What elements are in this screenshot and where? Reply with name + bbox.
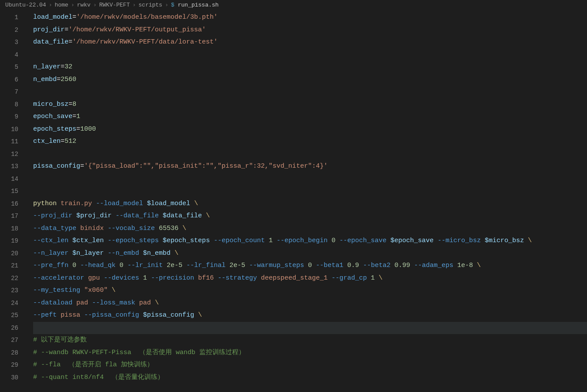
token-num-lit: 2e-5 (229, 262, 245, 269)
token-flag: --warmup_steps (249, 262, 304, 269)
token-flag: --beta2 (363, 262, 390, 269)
token-num-lit: 0 (119, 262, 123, 269)
code-line[interactable]: proj_dir='/home/rwkv/RWKV-PEFT/output_pi… (33, 24, 587, 37)
breadcrumb-item[interactable]: home (55, 2, 68, 8)
token-op (473, 262, 477, 269)
token-op (84, 274, 88, 282)
code-line[interactable]: python train.py --load_model $load_model… (33, 198, 587, 210)
token-arg: binidx (80, 225, 104, 232)
token-flag: --pissa_config (84, 311, 139, 319)
code-line[interactable] (33, 185, 587, 198)
code-line[interactable]: ctx_len=512 (33, 135, 587, 148)
code-line[interactable]: --ctx_len $ctx_len --epoch_steps $epoch_… (33, 235, 587, 247)
token-num-lit: 2e-5 (167, 262, 182, 269)
token-op (72, 212, 76, 220)
code-line[interactable]: --proj_dir $proj_dir --data_file $data_f… (33, 210, 587, 223)
code-line[interactable]: n_layer=32 (33, 61, 587, 74)
token-op (257, 274, 261, 282)
code-line[interactable]: # --quant int8/nf4 （是否量化训练） (33, 372, 587, 384)
code-line[interactable] (33, 173, 587, 186)
token-op (76, 262, 80, 269)
token-flag: --lr_final (186, 262, 225, 269)
line-number: 7 (0, 86, 28, 98)
breadcrumb-item[interactable]: Ubuntu-22.04 (5, 2, 46, 8)
code-line[interactable]: # 以下是可选参数 (33, 334, 587, 347)
token-flag: --vocab_size (108, 225, 155, 232)
line-number: 11 (0, 135, 28, 148)
token-op (76, 225, 80, 232)
code-line[interactable]: --data_type binidx --vocab_size 65536 \ (33, 223, 587, 235)
code-line[interactable] (33, 49, 587, 61)
code-line[interactable]: n_embd=2560 (33, 74, 587, 86)
token-op (178, 225, 182, 232)
token-op (139, 311, 143, 319)
token-op (104, 225, 108, 232)
token-op (68, 250, 72, 257)
code-line[interactable] (33, 322, 587, 335)
breadcrumb-current-file[interactable]: run_pissa.sh (178, 2, 219, 8)
line-number: 9 (0, 111, 28, 123)
token-op (265, 237, 269, 244)
code-line[interactable]: data_file='/home/rwkv/RWKV-PEFT/data/lor… (33, 36, 587, 49)
line-number: 18 (0, 223, 28, 235)
code-line[interactable]: micro_bsz=8 (33, 98, 587, 111)
code-line[interactable]: --peft pissa --pissa_config $pissa_confi… (33, 309, 587, 322)
token-flag: --dataload (33, 299, 72, 307)
token-num-lit: 512 (65, 138, 76, 145)
token-op (80, 311, 84, 319)
token-var: n_embd (33, 76, 57, 83)
token-var: epoch_save (33, 113, 72, 120)
breadcrumb-item[interactable]: scripts (139, 2, 163, 8)
shell-file-icon: $ (171, 2, 174, 8)
token-var: epoch_steps (33, 125, 76, 133)
token-num-lit: 0 (72, 262, 76, 269)
token-esc: \ (194, 200, 198, 207)
line-number: 26 (0, 322, 28, 335)
token-esc: \ (528, 237, 532, 244)
token-op (375, 274, 379, 282)
token-num-lit: 1e-8 (457, 262, 473, 269)
code-area[interactable]: load_model='/home/rwkv/models/basemodel/… (28, 11, 587, 384)
code-editor[interactable]: 1234567891011121314151617181920212223242… (0, 10, 587, 384)
code-line[interactable]: --n_layer $n_layer --n_embd $n_embd \ (33, 247, 587, 260)
token-op (116, 262, 119, 269)
code-line[interactable]: # --fla （是否开启 fla 加快训练） (33, 359, 587, 372)
token-op (100, 274, 104, 282)
token-num-lit: 0.99 (394, 262, 410, 269)
breadcrumb[interactable]: Ubuntu-22.04 › home › rwkv › RWKV-PEFT ›… (0, 0, 587, 10)
token-dollar: $micro_bsz (485, 237, 524, 244)
token-op (194, 274, 198, 282)
token-num-lit: 1 (269, 237, 273, 244)
token-flag: --lr_init (127, 262, 163, 269)
token-esc: \ (379, 274, 382, 282)
token-dollar: $proj_dir (76, 212, 112, 220)
line-number: 4 (0, 49, 28, 61)
code-line[interactable]: load_model='/home/rwkv/models/basemodel/… (33, 11, 587, 24)
code-line[interactable]: --accelerator gpu --devices 1 --precisio… (33, 272, 587, 285)
code-line[interactable] (33, 148, 587, 161)
code-line[interactable]: pissa_config='{"pissa_load":"","pissa_in… (33, 160, 587, 173)
code-line[interactable]: --my_testing "x060" \ (33, 284, 587, 297)
code-line[interactable] (33, 86, 587, 98)
token-op (328, 237, 331, 244)
line-number: 24 (0, 297, 28, 310)
code-line[interactable]: --pre_ffn 0 --head_qk 0 --lr_init 2e-5 -… (33, 260, 587, 272)
line-number: 25 (0, 309, 28, 322)
chevron-right-icon: › (71, 2, 75, 8)
code-line[interactable]: epoch_steps=1000 (33, 123, 587, 136)
token-str: '{"pissa_load":"","pissa_init":"","pissa… (84, 162, 328, 170)
token-esc: \ (182, 225, 186, 232)
token-flag: --my_testing (33, 287, 80, 294)
code-line[interactable]: # --wandb RWKV-PEFT-Pissa （是否使用 wandb 监控… (33, 347, 587, 359)
breadcrumb-item[interactable]: RWKV-PEFT (99, 2, 130, 8)
token-flag: --head_qk (80, 262, 116, 269)
token-op: = (76, 125, 80, 133)
token-num-lit: 1000 (80, 125, 96, 133)
breadcrumb-item[interactable]: rwkv (77, 2, 90, 8)
code-line[interactable]: epoch_save=1 (33, 111, 587, 123)
token-op (335, 237, 339, 244)
token-flag: --devices (104, 274, 139, 282)
code-line[interactable]: --dataload pad --loss_mask pad \ (33, 297, 587, 310)
token-op (88, 299, 92, 307)
token-esc: \ (174, 250, 178, 257)
